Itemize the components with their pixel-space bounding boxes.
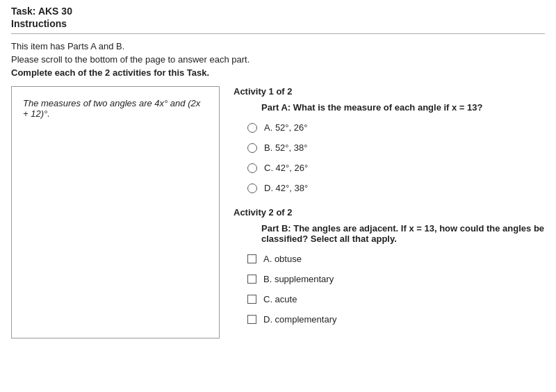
option-c2[interactable]: C. acute [234, 294, 545, 304]
radio-a1[interactable] [247, 123, 257, 133]
option-b1-label: B. 52°, 38° [264, 142, 307, 153]
task-title: Task: AKS 30 [11, 6, 545, 17]
option-b2-label: B. supplementary [263, 274, 334, 284]
option-c1[interactable]: C. 42°, 26° [234, 163, 545, 173]
instructions-title: Instructions [11, 18, 545, 29]
option-a2-label: A. obtuse [263, 254, 302, 264]
option-a1[interactable]: A. 52°, 26° [234, 122, 545, 133]
left-panel: The measures of two angles are 4x° and (… [11, 86, 220, 338]
option-b2[interactable]: B. supplementary [234, 274, 545, 284]
checkbox-c2[interactable] [247, 295, 256, 304]
right-panel: Activity 1 of 2 Part A: What is the meas… [234, 86, 545, 338]
option-d2[interactable]: D. complementary [234, 314, 545, 325]
checkbox-b2[interactable] [247, 275, 256, 284]
intro-line2: Please scroll to the bottom of the page … [11, 54, 545, 65]
activity2-question: Part B: The angles are adjacent. If x = … [234, 223, 545, 244]
radio-c1[interactable] [247, 163, 257, 173]
option-d1[interactable]: D. 42°, 38° [234, 183, 545, 193]
activity2-label: Activity 2 of 2 [234, 207, 545, 218]
option-b1[interactable]: B. 52°, 38° [234, 142, 545, 153]
checkbox-a2[interactable] [247, 254, 256, 263]
activity1-options: A. 52°, 26° B. 52°, 38° C. 42°, 26° D. 4… [234, 122, 545, 193]
option-c1-label: C. 42°, 26° [264, 163, 308, 173]
option-d2-label: D. complementary [263, 314, 336, 325]
radio-d1[interactable] [247, 183, 257, 193]
left-panel-text: The measures of two angles are 4x° and (… [23, 98, 208, 119]
activity1-question: Part A: What is the measure of each angl… [234, 102, 545, 113]
main-content: The measures of two angles are 4x° and (… [11, 86, 545, 338]
option-a1-label: A. 52°, 26° [264, 122, 307, 133]
intro-line1: This item has Parts A and B. [11, 41, 545, 51]
option-d1-label: D. 42°, 38° [264, 183, 308, 193]
checkbox-d2[interactable] [247, 315, 256, 324]
complete-text: Complete each of the 2 activities for th… [11, 67, 545, 78]
option-a2[interactable]: A. obtuse [234, 254, 545, 264]
activity1-label: Activity 1 of 2 [234, 86, 545, 97]
divider [11, 33, 545, 34]
activity2-options: A. obtuse B. supplementary C. acute D. c… [234, 254, 545, 325]
option-c2-label: C. acute [263, 294, 297, 304]
radio-b1[interactable] [247, 143, 257, 153]
